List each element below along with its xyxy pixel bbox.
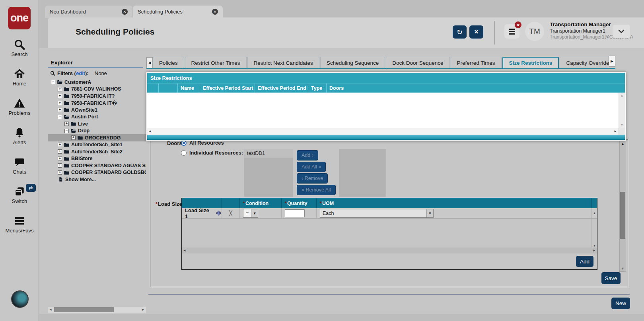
expand-icon[interactable]: + (58, 94, 62, 98)
tab-restrict-other-times[interactable]: Restrict Other Times (185, 57, 247, 68)
remove-button[interactable]: ‹ Remove (297, 173, 328, 184)
tab-size-restrictions[interactable]: Size Restrictions (502, 57, 559, 68)
collapse-icon[interactable]: − (51, 80, 55, 84)
tab-preferred-times[interactable]: Preferred Times (451, 57, 502, 68)
tree-item[interactable]: +GROCERYDDG (48, 134, 146, 141)
individual-resources-option[interactable]: Individual Resources: (181, 150, 243, 156)
tree-item[interactable]: +7950-FABRICA IT? (48, 93, 146, 100)
column-header-quantity[interactable]: * Quantity (281, 198, 316, 208)
grid-horizontal-scrollbar[interactable]: ◄ ► (147, 128, 625, 135)
notifications-menu-button[interactable]: ★ (504, 24, 519, 39)
sidebar-item-search[interactable]: Search (0, 39, 39, 68)
assistant-avatar[interactable] (11, 290, 29, 308)
radio-selected-icon[interactable] (181, 140, 187, 146)
one-logo[interactable]: one (8, 7, 31, 29)
column-header-effective-period-start-date[interactable]: Effective Period Start Date (200, 83, 255, 93)
expand-icon[interactable]: + (58, 149, 62, 154)
tree-item[interactable]: +BBIStore (48, 155, 146, 162)
scroll-up-icon[interactable]: ▲ (621, 94, 624, 97)
selected-doors-listbox[interactable] (339, 149, 386, 197)
add-button[interactable]: Add › (297, 150, 318, 160)
column-header-name[interactable]: Name (177, 83, 200, 93)
sidebar-item-alerts[interactable]: Alerts (0, 127, 39, 156)
user-menu-chevron-button[interactable] (613, 25, 630, 38)
sidebar-item-home[interactable]: Home (0, 68, 39, 97)
tree-item[interactable]: +COOPER STANDARD AGUAS SEALING (3 (48, 162, 146, 169)
available-doors-listbox[interactable]: testDD1 (244, 149, 293, 197)
scroll-right-icon[interactable]: ► (140, 308, 146, 311)
tree-item[interactable]: Show More... (48, 176, 146, 183)
expand-icon[interactable]: + (64, 122, 69, 126)
tab-policies[interactable]: Policies (153, 57, 184, 68)
expand-icon[interactable]: + (58, 170, 62, 175)
tree-item[interactable]: −Austin Port (48, 114, 146, 121)
column-header-doors[interactable]: Doors (326, 83, 625, 93)
window-tab-scheduling-policies[interactable]: Scheduling Policies ✕ (133, 6, 223, 18)
tree-item[interactable]: +AutoTenderSch_Site2 (48, 148, 146, 155)
tree-item[interactable]: −Drop (48, 128, 146, 135)
delete-row-icon[interactable]: ╳ (229, 210, 232, 216)
detail-vertical-scrollbar[interactable]: ▲ ▼ (619, 141, 626, 272)
tree-item[interactable]: +7881-CDV VALINHOS (48, 86, 146, 93)
refresh-button[interactable]: ↻ (453, 25, 467, 39)
quantity-input[interactable] (285, 209, 305, 217)
expand-icon[interactable]: + (71, 135, 76, 140)
sidebar-item-menus[interactable]: Menus/Favs (0, 215, 39, 244)
column-header-blank[interactable] (182, 198, 222, 208)
scroll-left-icon[interactable]: ◄ (147, 130, 153, 133)
scroll-up-icon[interactable]: ▲ (620, 142, 626, 146)
close-screen-button[interactable]: × (469, 25, 483, 39)
panel-resize-bar[interactable] (147, 135, 625, 140)
tab-dock-door-sequence[interactable]: Dock Door Sequence (386, 57, 449, 68)
remove-all-button[interactable]: « Remove All (297, 185, 336, 195)
explorer-horizontal-scrollbar[interactable]: ◄ ► (48, 307, 146, 313)
sidebar-item-chats[interactable]: Chats (0, 156, 39, 186)
load-size-horizontal-scrollbar[interactable]: ◄ ► (182, 248, 597, 253)
user-avatar[interactable]: TM (525, 22, 544, 41)
radio-unselected-icon[interactable] (181, 150, 187, 156)
scroll-left-icon[interactable]: ◄ (48, 308, 53, 311)
expand-icon[interactable]: + (58, 163, 62, 168)
close-tab-icon[interactable]: ✕ (122, 9, 128, 15)
expand-icon[interactable]: + (58, 108, 62, 112)
collapse-icon[interactable]: − (58, 115, 62, 119)
tree-item[interactable]: −CustomerA (48, 79, 146, 86)
scroll-down-icon[interactable]: ▼ (621, 123, 624, 127)
tree-item[interactable]: +AOwnSite1 (48, 106, 146, 114)
listbox-item[interactable]: testDD1 (244, 149, 293, 158)
tab-restrict-next-candidates[interactable]: Restrict Next Candidates (247, 57, 319, 68)
condition-select[interactable]: = ▼ (243, 209, 258, 218)
collapse-icon[interactable]: − (64, 129, 69, 133)
scrollbar-thumb[interactable] (620, 192, 625, 239)
tree-item[interactable]: +AutoTenderSch_Site1 (48, 141, 146, 149)
expand-icon[interactable]: + (58, 157, 62, 161)
sidebar-item-switch[interactable]: ⇄Switch (0, 186, 39, 215)
expand-icon[interactable]: + (58, 87, 62, 91)
column-header-effective-period-end-date[interactable]: Effective Period End Date (255, 83, 308, 93)
tree-item[interactable]: +7950-FABRICA IT� (48, 100, 146, 107)
scroll-down-icon[interactable]: ▼ (620, 267, 626, 271)
tab-capacity-override-settings[interactable]: Capacity Override Settings (560, 57, 609, 68)
uom-select[interactable]: Each ▼ (320, 209, 434, 218)
column-header-blank[interactable] (222, 198, 239, 208)
filters-edit-link[interactable]: edit (76, 70, 85, 76)
tree-item[interactable]: +Live (48, 120, 146, 128)
scroll-left-icon[interactable]: ◄ (182, 249, 187, 252)
scrollbar-thumb[interactable] (54, 307, 114, 312)
expand-icon[interactable]: + (58, 101, 62, 105)
column-header-blank[interactable] (147, 83, 158, 93)
tab-scheduling-sequence[interactable]: Scheduling Sequence (320, 57, 385, 68)
all-resources-option[interactable]: All Resources (181, 140, 224, 146)
grid-vertical-scrollbar[interactable]: ▲ ▼ (619, 93, 625, 128)
add-row-icon[interactable] (216, 210, 222, 216)
scroll-right-icon[interactable]: ► (613, 130, 618, 133)
table-scroll-down[interactable]: ▼ (591, 219, 597, 248)
tabs-scroll-right-button[interactable]: ▶ (609, 56, 615, 67)
close-tab-icon[interactable]: ✕ (212, 9, 218, 15)
column-header-type[interactable]: Type (308, 83, 326, 93)
tree-item[interactable]: +COOPER STANDARD GOLDSBORO (48, 169, 146, 176)
expand-icon[interactable]: + (58, 143, 62, 147)
add-all-button[interactable]: Add All » (297, 162, 326, 172)
column-header-blank[interactable] (591, 198, 597, 208)
column-header-uom[interactable]: * UOM (316, 198, 591, 208)
